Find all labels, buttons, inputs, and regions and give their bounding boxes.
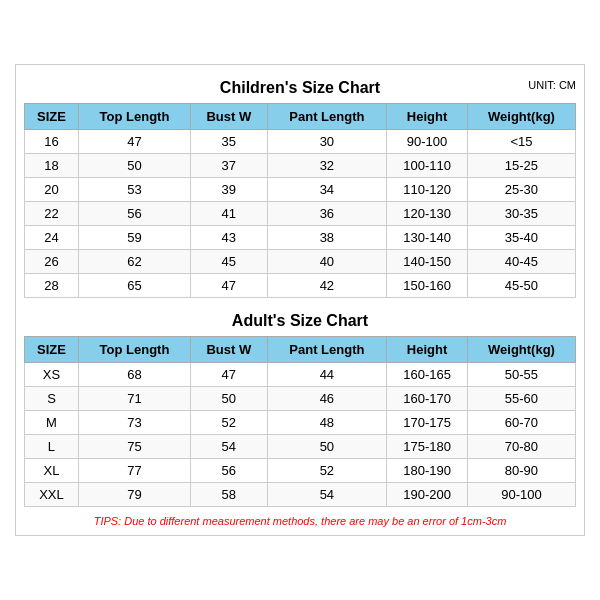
table-cell: 54 (267, 483, 387, 507)
children-table: SIZE Top Length Bust W Pant Length Heigh… (24, 103, 576, 298)
tips-text: TIPS: Due to different measurement metho… (24, 515, 576, 527)
table-cell: 56 (78, 202, 190, 226)
table-cell: 75 (78, 435, 190, 459)
table-cell: 46 (267, 387, 387, 411)
table-cell: 39 (191, 178, 268, 202)
table-cell: 130-140 (387, 226, 468, 250)
table-cell: 120-130 (387, 202, 468, 226)
table-row: XL775652180-19080-90 (25, 459, 576, 483)
children-col-pant-length: Pant Length (267, 104, 387, 130)
table-cell: 50 (191, 387, 268, 411)
table-cell: 44 (267, 363, 387, 387)
table-cell: 55-60 (467, 387, 575, 411)
table-row: XS684744160-16550-55 (25, 363, 576, 387)
table-cell: 71 (78, 387, 190, 411)
adult-chart-title: Adult's Size Chart (24, 306, 576, 332)
table-cell: 175-180 (387, 435, 468, 459)
table-cell: 190-200 (387, 483, 468, 507)
table-cell: 56 (191, 459, 268, 483)
table-cell: 40-45 (467, 250, 575, 274)
table-cell: 45-50 (467, 274, 575, 298)
table-cell: 68 (78, 363, 190, 387)
table-cell: 43 (191, 226, 268, 250)
table-cell: 150-160 (387, 274, 468, 298)
children-chart-title: Children's Size Chart UNIT: CM (24, 73, 576, 99)
table-cell: 90-100 (467, 483, 575, 507)
table-cell: 50 (78, 154, 190, 178)
table-row: 28654742150-16045-50 (25, 274, 576, 298)
table-cell: 22 (25, 202, 79, 226)
table-cell: 48 (267, 411, 387, 435)
table-cell: 160-165 (387, 363, 468, 387)
table-cell: 15-25 (467, 154, 575, 178)
table-cell: 26 (25, 250, 79, 274)
table-cell: 24 (25, 226, 79, 250)
children-col-top-length: Top Length (78, 104, 190, 130)
table-cell: 52 (267, 459, 387, 483)
children-header-row: SIZE Top Length Bust W Pant Length Heigh… (25, 104, 576, 130)
table-cell: 180-190 (387, 459, 468, 483)
table-row: M735248170-17560-70 (25, 411, 576, 435)
table-cell: 42 (267, 274, 387, 298)
table-cell: 73 (78, 411, 190, 435)
adult-table: SIZE Top Length Bust W Pant Length Heigh… (24, 336, 576, 507)
table-cell: 18 (25, 154, 79, 178)
adult-header-row: SIZE Top Length Bust W Pant Length Heigh… (25, 337, 576, 363)
table-row: L755450175-18070-80 (25, 435, 576, 459)
table-cell: 54 (191, 435, 268, 459)
table-row: 20533934110-12025-30 (25, 178, 576, 202)
table-cell: 36 (267, 202, 387, 226)
table-cell: 30-35 (467, 202, 575, 226)
table-cell: 35-40 (467, 226, 575, 250)
children-col-bust-w: Bust W (191, 104, 268, 130)
table-cell: 20 (25, 178, 79, 202)
adult-col-height: Height (387, 337, 468, 363)
table-cell: 41 (191, 202, 268, 226)
table-cell: 30 (267, 130, 387, 154)
size-chart-container: Children's Size Chart UNIT: CM SIZE Top … (15, 64, 585, 536)
table-cell: 60-70 (467, 411, 575, 435)
table-cell: M (25, 411, 79, 435)
table-cell: 35 (191, 130, 268, 154)
table-row: 18503732100-11015-25 (25, 154, 576, 178)
table-cell: 140-150 (387, 250, 468, 274)
table-cell: 65 (78, 274, 190, 298)
adult-title-text: Adult's Size Chart (232, 312, 368, 329)
table-row: 1647353090-100<15 (25, 130, 576, 154)
children-col-weight: Weight(kg) (467, 104, 575, 130)
children-title-text: Children's Size Chart (220, 79, 380, 96)
table-cell: 50-55 (467, 363, 575, 387)
table-cell: 37 (191, 154, 268, 178)
table-cell: XL (25, 459, 79, 483)
table-cell: 40 (267, 250, 387, 274)
table-cell: 160-170 (387, 387, 468, 411)
table-cell: XS (25, 363, 79, 387)
adult-col-bust-w: Bust W (191, 337, 268, 363)
table-cell: 62 (78, 250, 190, 274)
children-col-size: SIZE (25, 104, 79, 130)
adult-col-pant-length: Pant Length (267, 337, 387, 363)
children-col-height: Height (387, 104, 468, 130)
table-row: 22564136120-13030-35 (25, 202, 576, 226)
table-cell: 110-120 (387, 178, 468, 202)
table-cell: 28 (25, 274, 79, 298)
table-cell: XXL (25, 483, 79, 507)
table-cell: 170-175 (387, 411, 468, 435)
table-row: S715046160-17055-60 (25, 387, 576, 411)
table-cell: 25-30 (467, 178, 575, 202)
table-cell: 32 (267, 154, 387, 178)
table-cell: <15 (467, 130, 575, 154)
table-cell: 47 (191, 274, 268, 298)
table-cell: 47 (78, 130, 190, 154)
table-cell: 70-80 (467, 435, 575, 459)
table-cell: 45 (191, 250, 268, 274)
adult-col-top-length: Top Length (78, 337, 190, 363)
table-cell: 38 (267, 226, 387, 250)
table-cell: 47 (191, 363, 268, 387)
table-cell: 50 (267, 435, 387, 459)
table-cell: 100-110 (387, 154, 468, 178)
table-row: 24594338130-14035-40 (25, 226, 576, 250)
table-cell: 58 (191, 483, 268, 507)
table-cell: 34 (267, 178, 387, 202)
table-cell: 59 (78, 226, 190, 250)
